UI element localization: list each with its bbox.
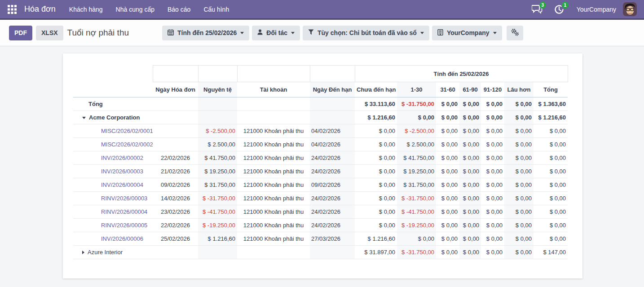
apps-grid-icon[interactable]: [6, 4, 18, 15]
table-row-group: Acme Corporation$ 1.216,60$ 0,00$ 0,00$ …: [73, 111, 568, 124]
partner-filter-button[interactable]: Đối tác: [252, 26, 300, 40]
cell-1-30: $ 2.500,00: [397, 138, 436, 151]
move-link[interactable]: INV/2026/00006: [101, 235, 143, 242]
cell-31-60: $ 0,00: [436, 246, 459, 259]
calendar-icon: [168, 29, 174, 37]
cell-total: $ 0,00: [534, 219, 568, 232]
report-table-body: Tổng$ 33.113,60$ -31.750,00$ 0,00$ 0,00$…: [73, 97, 568, 259]
cell-due-date: 04/02/2026: [310, 124, 355, 138]
cell-older: $ 0,00: [504, 192, 534, 205]
cell-not-due: $ 0,00: [355, 138, 397, 151]
cell-not-due: $ 0,00: [355, 178, 397, 192]
cell-account: 121000 Khoản phải thu: [237, 124, 310, 138]
pdf-button[interactable]: PDF: [9, 26, 32, 40]
cell-1-30: $ -19.250,00: [397, 219, 436, 232]
company-filter-button[interactable]: YourCompany: [432, 26, 502, 40]
chevron-down-icon: [420, 32, 424, 34]
cell-1-30: $ -2.500,00: [397, 124, 436, 138]
cell-currency: $ 2.500,00: [198, 138, 237, 151]
table-row-line: INV/2026/0000625/02/2026$ 1.216,60121000…: [73, 232, 568, 246]
settings-gears-button[interactable]: [507, 26, 523, 40]
cell-total: $ 147,00: [534, 246, 568, 259]
cell-91-120: $ 0,00: [481, 111, 504, 124]
cell-61-90: $ 0,00: [459, 138, 481, 151]
menu-configuration[interactable]: Cấu hình: [203, 6, 229, 13]
cell-older: $ 0,00: [504, 165, 534, 178]
cell-name: RINV/2026/00003: [73, 192, 153, 205]
move-link[interactable]: RINV/2026/00004: [101, 208, 147, 215]
move-link[interactable]: MISC/2026/02/0001: [101, 128, 153, 134]
cell-91-120: $ 0,00: [481, 151, 504, 165]
cell-not-due: $ 1.216,60: [355, 232, 397, 246]
cell-due-date: 24/02/2026: [310, 151, 355, 165]
cell-account: [237, 111, 310, 124]
cell-due-date: 09/02/2026: [310, 178, 355, 192]
table-row-line: INV/2026/0000222/02/2026$ 41.750,0012100…: [73, 151, 568, 165]
move-link[interactable]: INV/2026/00004: [101, 181, 143, 188]
menu-reports[interactable]: Báo cáo: [168, 6, 190, 13]
cell-invoice-date: 25/02/2026: [153, 232, 198, 246]
cell-name: INV/2026/00006: [73, 232, 153, 246]
activities-clock-icon[interactable]: 1: [554, 4, 565, 14]
company-filter-label: YourCompany: [447, 29, 490, 36]
user-avatar[interactable]: [623, 2, 637, 16]
xlsx-button[interactable]: XLSX: [36, 26, 63, 40]
cell-currency: $ -2.500,00: [198, 124, 237, 138]
cell-due-date: 24/02/2026: [310, 219, 355, 232]
move-link[interactable]: RINV/2026/00003: [101, 195, 147, 202]
cell-31-60: $ 0,00: [436, 178, 459, 192]
cell-not-due: $ 1.216,60: [355, 111, 397, 124]
row-label[interactable]: Acme Corporation: [89, 114, 140, 121]
chevron-down-icon: [240, 32, 244, 34]
cell-31-60: $ 0,00: [436, 124, 459, 138]
cell-account: 121000 Khoản phải thu: [237, 138, 310, 151]
cell-31-60: $ 0,00: [436, 205, 459, 219]
date-filter-button[interactable]: Tính đến 25/02/2026: [162, 26, 249, 40]
cell-due-date: 04/02/2026: [310, 138, 355, 151]
cell-total: $ 0,00: [534, 205, 568, 219]
app-name[interactable]: Hóa đơn: [24, 4, 56, 14]
navbar-company-name[interactable]: YourCompany: [577, 6, 616, 13]
navbar-right: 3 1 YourCompany: [520, 2, 637, 16]
cell-91-120: $ 0,00: [481, 138, 504, 151]
cell-not-due: $ 0,00: [355, 151, 397, 165]
cell-account: 121000 Khoản phải thu: [237, 232, 310, 246]
cell-name[interactable]: Acme Corporation: [73, 111, 153, 124]
menu-vendors[interactable]: Nhà cung cấp: [116, 6, 154, 13]
cell-currency: [198, 97, 237, 111]
caret-right-icon[interactable]: [82, 251, 84, 254]
cell-name[interactable]: Azure Interior: [73, 246, 153, 259]
cell-currency: $ -41.750,00: [198, 205, 237, 219]
cell-currency: $ 19.250,00: [198, 165, 237, 178]
cell-not-due: $ 33.113,60: [355, 97, 397, 111]
move-link[interactable]: INV/2026/00002: [101, 155, 143, 161]
cell-name: MISC/2026/02/0001: [73, 124, 153, 138]
table-row-line: MISC/2026/02/0002$ 2.500,00121000 Khoản …: [73, 138, 568, 151]
cell-91-120: $ 0,00: [481, 192, 504, 205]
cell-currency: $ 31.750,00: [198, 178, 237, 192]
cell-1-30: $ -31.750,00: [397, 246, 436, 259]
messages-icon[interactable]: 3: [532, 4, 543, 14]
cell-invoice-date: 22/02/2026: [153, 151, 198, 165]
cell-name: INV/2026/00003: [73, 165, 153, 178]
cell-not-due: $ 0,00: [355, 192, 397, 205]
top-navbar: Hóa đơn Khách hàng Nhà cung cấp Báo cáo …: [0, 0, 644, 20]
cell-61-90: $ 0,00: [459, 165, 481, 178]
row-label[interactable]: Azure Interior: [88, 249, 123, 256]
options-filter-button[interactable]: Tùy chọn: Chỉ bút toán đã vào sổ: [303, 26, 429, 40]
menu-customers[interactable]: Khách hàng: [69, 6, 103, 13]
cell-total: $ 0,00: [534, 138, 568, 151]
cell-currency: $ 41.750,00: [198, 151, 237, 165]
move-link[interactable]: MISC/2026/02/0002: [101, 141, 153, 148]
cell-total: $ 0,00: [534, 192, 568, 205]
caret-down-icon[interactable]: [82, 117, 86, 119]
cell-invoice-date: [153, 97, 198, 111]
cell-account: 121000 Khoản phải thu: [237, 219, 310, 232]
cell-account: [237, 97, 310, 111]
cell-31-60: $ 0,00: [436, 138, 459, 151]
cell-61-90: $ 0,00: [459, 205, 481, 219]
move-link[interactable]: INV/2026/00003: [101, 168, 143, 175]
move-link[interactable]: RINV/2026/00005: [101, 222, 147, 229]
control-panel: PDF XLSX Tuổi nợ phải thu Tính đến 25/02…: [0, 20, 644, 46]
report-card: Tính đến 25/02/2026 Ngày Hóa đơn Nguyên …: [63, 53, 582, 278]
